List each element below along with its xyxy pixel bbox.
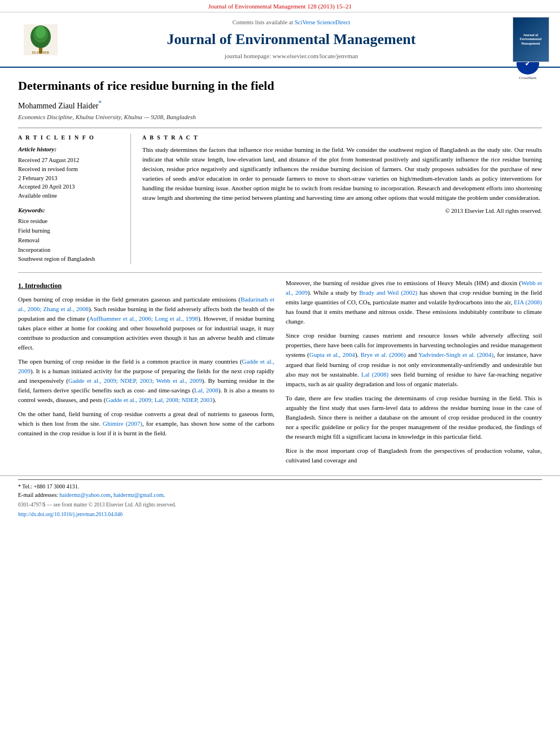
body-paragraph-5: Since crop residue burning causes nutrie…	[286, 331, 542, 388]
keyword-5: Southwest region of Bangladesh	[18, 255, 121, 264]
keyword-2: Field burning	[18, 226, 121, 236]
footnote-area: * Tel.: +880 17 3000 4131. E-mail addres…	[0, 475, 560, 521]
body-right-column: Moreover, the burning of residue gives r…	[286, 278, 542, 470]
header-divider	[18, 128, 542, 128]
sciverse-line: Contents lists available at SciVerse Sci…	[75, 19, 508, 27]
keyword-4: Incorporation	[18, 246, 121, 255]
abstract-column: A B S T R A C T This study determines th…	[142, 134, 542, 265]
article-info-column: A R T I C L E I N F O Article history: R…	[18, 134, 131, 265]
ref-lal1[interactable]: Lal, 2008	[194, 387, 218, 394]
ref-brye[interactable]: Brye et al. (2006)	[361, 351, 406, 358]
footnote-tel: * Tel.: +880 17 3000 4131.	[18, 482, 542, 491]
ref-badarinath[interactable]: Badarinath et al., 2006; Zhang et al., 2…	[18, 296, 274, 312]
keywords-label: Keywords:	[18, 206, 121, 215]
sciverse-link-text: SciVerse ScienceDirect	[295, 19, 350, 25]
article-history-label: Article history:	[18, 145, 121, 154]
journal-title-area: Contents lists available at SciVerse Sci…	[75, 19, 508, 60]
abstract-body-divider	[18, 272, 542, 273]
ref-eia[interactable]: EIA (2008)	[514, 299, 542, 305]
sciverse-link[interactable]: SciVerse ScienceDirect	[295, 19, 350, 25]
footnote-email: E-mail addresses: haidermz@yahoo.com, ha…	[18, 491, 542, 499]
footer-copyright: 0301-4797/$ — see front matter © 2013 El…	[18, 501, 542, 509]
revised-date: 2 February 2013	[18, 174, 121, 183]
doi-link[interactable]: http://dx.doi.org/10.1016/j.jenvman.2013…	[18, 512, 123, 517]
body-left-column: 1. Introduction Open burning of crop res…	[18, 278, 274, 470]
received-date: Received 27 August 2012	[18, 156, 121, 165]
ref-brady[interactable]: Brady and Weil (2002)	[359, 289, 417, 296]
journal-name-heading: Journal of Environmental Management	[75, 29, 508, 50]
ref-lal2[interactable]: Lal (2008)	[361, 371, 388, 378]
sciverse-prefix: Contents lists available at	[233, 19, 295, 25]
email-link-gmail[interactable]: haidermz@gmail.com	[113, 492, 164, 498]
ref-gadde3[interactable]: Gadde et al., 2009; Lal, 2008; NDEP, 200…	[106, 396, 213, 403]
publisher-logo-area: ELSEVIER	[7, 24, 75, 55]
journal-cover-thumbnail: Journal ofEnvironmentalManagement	[513, 17, 549, 62]
footer-doi: http://dx.doi.org/10.1016/j.jenvman.2013…	[18, 511, 542, 518]
author-affiliation: Economics Discipline, Khulna University,…	[18, 113, 542, 121]
ref-ghimire[interactable]: Ghimire (2007)	[103, 420, 142, 427]
elsevier-tree-icon: ELSEVIER	[24, 24, 58, 55]
svg-point-4	[36, 26, 46, 38]
keyword-3: Removal	[18, 236, 121, 246]
homepage-text: journal homepage: www.elsevier.com/locat…	[225, 53, 358, 59]
body-columns: 1. Introduction Open burning of crop res…	[18, 278, 542, 470]
body-paragraph-4: Moreover, the burning of residue gives r…	[286, 278, 542, 326]
ref-gadde2[interactable]: Gadde et al., 2009; NDEP, 2003; Webb et …	[68, 377, 202, 384]
accepted-date: Accepted 20 April 2013	[18, 182, 121, 191]
abstract-copyright: © 2013 Elsevier Ltd. All rights reserved…	[142, 207, 542, 216]
author-sup: *	[98, 99, 102, 107]
author-name: Mohammed Ziaul Haider*	[18, 99, 542, 111]
journal-citation-text: Journal of Environmental Management 128 …	[208, 3, 352, 10]
body-paragraph-6: To date, there are few studies tracing t…	[286, 394, 542, 442]
body-paragraph-1: Open burning of crop residue in the fiel…	[18, 295, 274, 352]
ref-yadvinder[interactable]: Yadvinder-Singh et al. (2004)	[418, 351, 493, 358]
svg-text:ELSEVIER: ELSEVIER	[32, 51, 50, 54]
abstract-label: A B S T R A C T	[142, 134, 542, 142]
elsevier-logo: ELSEVIER	[24, 24, 58, 55]
journal-thumbnail-area: Journal ofEnvironmentalManagement	[508, 17, 553, 62]
body-paragraph-7: Rice is the most important crop of Bangl…	[286, 446, 542, 465]
journal-homepage-line: journal homepage: www.elsevier.com/locat…	[75, 52, 508, 60]
article-title: Determinants of rice residue burning in …	[18, 78, 542, 94]
article-content-area: ✓ CrossMark Determinants of rice residue…	[0, 68, 560, 475]
ref-auffhammer[interactable]: Auffhammer et al., 2006; Long et al., 19…	[89, 315, 198, 322]
journal-header: ELSEVIER Contents lists available at Sci…	[0, 12, 560, 68]
ref-gupta[interactable]: Gupta et al., 2004	[309, 351, 355, 358]
journal-citation-bar: Journal of Environmental Management 128 …	[0, 0, 560, 12]
body-paragraph-2: The open burning of crop residue in the …	[18, 357, 274, 405]
ref-gadde1[interactable]: Gadde et al., 2009	[18, 358, 274, 374]
article-meta-row: A R T I C L E I N F O Article history: R…	[18, 134, 542, 265]
introduction-heading: 1. Introduction	[18, 281, 274, 291]
body-paragraph-3: On the other hand, field burning of crop…	[18, 409, 274, 438]
author-name-text: Mohammed Ziaul Haider	[18, 102, 98, 110]
keywords-section: Keywords: Rice residue Field burning Rem…	[18, 206, 121, 264]
available-online: Available online	[18, 191, 121, 200]
keyword-1: Rice residue	[18, 217, 121, 226]
crossmark-label: CrossMark	[519, 76, 536, 81]
received-revised-label: Received in revised form	[18, 165, 121, 174]
article-info-label: A R T I C L E I N F O	[18, 134, 121, 142]
abstract-text: This study determines the factors that i…	[142, 145, 542, 203]
email-link-yahoo[interactable]: haidermz@yahoo.com	[59, 492, 111, 498]
